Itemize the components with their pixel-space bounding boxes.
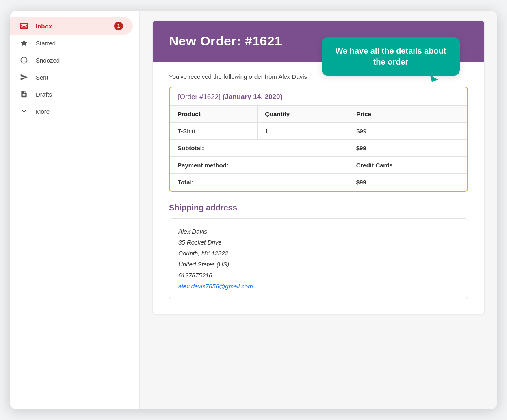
sidebar: Inbox 1 Starred Snoozed Sent [10, 11, 140, 409]
summary-label-total: Total: [170, 174, 349, 191]
app-window: Inbox 1 Starred Snoozed Sent [10, 11, 497, 409]
sidebar-item-label: Snoozed [36, 57, 60, 64]
address-email: alex.davis7656@gmail.com [178, 281, 459, 292]
summary-value-total: $99 [349, 174, 467, 191]
sidebar-item-label: Inbox [36, 23, 52, 30]
summary-label-subtotal: Subtotal: [170, 140, 349, 157]
table-row-total: Total: $99 [170, 174, 467, 191]
cell-price: $99 [349, 123, 467, 140]
svg-rect-0 [20, 23, 28, 29]
cell-product: T-Shirt [170, 123, 258, 140]
order-table: Product Quantity Price T-Shirt 1 $99 [170, 105, 467, 191]
send-icon [20, 73, 28, 82]
tooltip-bubble: We have all the details about the order [322, 37, 460, 76]
order-title: [Order #1622] (January 14, 2020) [170, 87, 467, 105]
sidebar-item-label: Sent [36, 74, 48, 81]
address-name: Alex Davis [178, 226, 459, 237]
address-phone: 6127875216 [178, 270, 459, 281]
tooltip-text: We have all the details about the order [335, 46, 446, 66]
inbox-icon [20, 22, 28, 30]
draft-icon [20, 90, 28, 99]
sidebar-item-inbox[interactable]: Inbox 1 [10, 17, 133, 35]
clock-icon [20, 56, 28, 65]
summary-label-payment: Payment method: [170, 157, 349, 174]
shipping-title: Shipping address [169, 203, 468, 212]
email-container: New Order: #1621 We have all the details… [153, 21, 484, 314]
sidebar-item-label: More [36, 108, 50, 115]
table-row: T-Shirt 1 $99 [170, 123, 467, 140]
address-email-link[interactable]: alex.davis7656@gmail.com [178, 283, 253, 290]
address-street: 35 Rocket Drive [178, 237, 459, 248]
address-box: Alex Davis 35 Rocket Drive Corinth, NY 1… [169, 218, 468, 299]
sidebar-item-label: Drafts [36, 91, 52, 98]
cell-quantity: 1 [258, 123, 349, 140]
order-box: [Order #1622] (January 14, 2020) Product… [169, 87, 468, 192]
inbox-badge: 1 [114, 22, 123, 30]
chevron-down-icon [20, 107, 28, 116]
summary-value-payment: Credit Cards [349, 157, 467, 174]
sidebar-item-drafts[interactable]: Drafts [10, 86, 133, 103]
email-body: We have all the details about the order … [153, 62, 484, 314]
order-link[interactable]: [Order #1622] [178, 93, 221, 101]
sidebar-item-sent[interactable]: Sent [10, 69, 133, 86]
address-city: Corinth, NY 12822 [178, 248, 459, 259]
sidebar-item-label: Starred [36, 40, 56, 47]
shipping-section: Shipping address Alex Davis 35 Rocket Dr… [169, 203, 468, 299]
col-header-quantity: Quantity [258, 106, 349, 123]
col-header-product: Product [170, 106, 258, 123]
main-content: New Order: #1621 We have all the details… [140, 11, 497, 409]
star-icon [20, 39, 28, 48]
address-country: United States (US) [178, 259, 459, 270]
order-date: (January 14, 2020) [223, 93, 282, 101]
email-header-title: New Order: #1621 [169, 34, 282, 48]
table-row-payment: Payment method: Credit Cards [170, 157, 467, 174]
table-row-subtotal: Subtotal: $99 [170, 140, 467, 157]
sidebar-item-starred[interactable]: Starred [10, 35, 133, 52]
summary-value-subtotal: $99 [349, 140, 467, 157]
sidebar-item-more[interactable]: More [10, 103, 133, 120]
sidebar-item-snoozed[interactable]: Snoozed [10, 52, 133, 69]
col-header-price: Price [349, 106, 467, 123]
